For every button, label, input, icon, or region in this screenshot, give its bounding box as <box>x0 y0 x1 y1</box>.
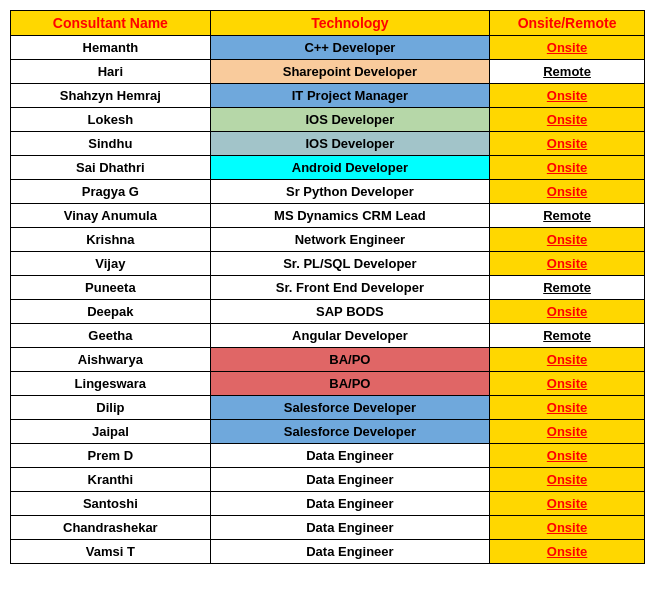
consultant-name: Pragya G <box>11 180 211 204</box>
consultant-tech: Sr. Front End Developer <box>210 276 489 300</box>
table-row: Shahzyn HemrajIT Project ManagerOnsite <box>11 84 645 108</box>
consultant-tech: Sharepoint Developer <box>210 60 489 84</box>
consultant-tech: Salesforce Developer <box>210 420 489 444</box>
consultant-status: Onsite <box>490 444 645 468</box>
table-row: DilipSalesforce DeveloperOnsite <box>11 396 645 420</box>
table-row: Vamsi TData EngineerOnsite <box>11 540 645 564</box>
table-row: LingeswaraBA/POOnsite <box>11 372 645 396</box>
header-name: Consultant Name <box>11 11 211 36</box>
consultant-name: Chandrashekar <box>11 516 211 540</box>
consultant-name: Geetha <box>11 324 211 348</box>
table-row: DeepakSAP BODSOnsite <box>11 300 645 324</box>
consultant-tech: Data Engineer <box>210 516 489 540</box>
table-row: ChandrashekarData EngineerOnsite <box>11 516 645 540</box>
header-tech: Technology <box>210 11 489 36</box>
header-row: Consultant Name Technology Onsite/Remote <box>11 11 645 36</box>
table-row: KranthiData EngineerOnsite <box>11 468 645 492</box>
consultant-tech: MS Dynamics CRM Lead <box>210 204 489 228</box>
table-row: Prem DData EngineerOnsite <box>11 444 645 468</box>
consultant-name: Santoshi <box>11 492 211 516</box>
table-row: Sai DhathriAndroid DeveloperOnsite <box>11 156 645 180</box>
consultant-name: Kranthi <box>11 468 211 492</box>
consultant-name: Vamsi T <box>11 540 211 564</box>
consultant-tech: BA/PO <box>210 348 489 372</box>
consultant-tech: BA/PO <box>210 372 489 396</box>
consultant-name: Hari <box>11 60 211 84</box>
consultant-status: Onsite <box>490 420 645 444</box>
consultant-tech: Data Engineer <box>210 492 489 516</box>
consultant-name: Puneeta <box>11 276 211 300</box>
table-row: KrishnaNetwork EngineerOnsite <box>11 228 645 252</box>
consultant-name: Sai Dhathri <box>11 156 211 180</box>
table-row: LokeshIOS DeveloperOnsite <box>11 108 645 132</box>
table-row: HariSharepoint DeveloperRemote <box>11 60 645 84</box>
consultant-name: Vijay <box>11 252 211 276</box>
consultant-tech: IOS Developer <box>210 132 489 156</box>
consultant-status: Onsite <box>490 252 645 276</box>
table-row: PuneetaSr. Front End DeveloperRemote <box>11 276 645 300</box>
consultant-status: Onsite <box>490 132 645 156</box>
consultant-status: Onsite <box>490 540 645 564</box>
consultant-tech: IOS Developer <box>210 108 489 132</box>
consultant-status: Onsite <box>490 492 645 516</box>
consultant-tech: Sr Python Developer <box>210 180 489 204</box>
consultant-name: Deepak <box>11 300 211 324</box>
consultant-table: Consultant Name Technology Onsite/Remote… <box>10 10 645 564</box>
consultant-status: Onsite <box>490 348 645 372</box>
consultant-tech: Sr. PL/SQL Developer <box>210 252 489 276</box>
consultant-status: Onsite <box>490 228 645 252</box>
consultant-name: Shahzyn Hemraj <box>11 84 211 108</box>
consultant-tech: Android Developer <box>210 156 489 180</box>
consultant-name: Aishwarya <box>11 348 211 372</box>
consultant-status: Onsite <box>490 36 645 60</box>
table-row: SindhuIOS DeveloperOnsite <box>11 132 645 156</box>
consultant-tech: C++ Developer <box>210 36 489 60</box>
consultant-name: Lokesh <box>11 108 211 132</box>
consultant-status: Onsite <box>490 300 645 324</box>
table-row: SantoshiData EngineerOnsite <box>11 492 645 516</box>
consultant-status: Onsite <box>490 108 645 132</box>
table-row: HemanthC++ DeveloperOnsite <box>11 36 645 60</box>
table-row: Pragya GSr Python DeveloperOnsite <box>11 180 645 204</box>
consultant-name: Hemanth <box>11 36 211 60</box>
table-row: GeethaAngular DeveloperRemote <box>11 324 645 348</box>
consultant-status: Remote <box>490 204 645 228</box>
consultant-status: Onsite <box>490 180 645 204</box>
consultant-name: Dilip <box>11 396 211 420</box>
consultant-tech: Angular Developer <box>210 324 489 348</box>
table-row: JaipalSalesforce DeveloperOnsite <box>11 420 645 444</box>
table-row: Vinay AnumulaMS Dynamics CRM LeadRemote <box>11 204 645 228</box>
consultant-status: Onsite <box>490 156 645 180</box>
consultant-name: Prem D <box>11 444 211 468</box>
consultant-name: Jaipal <box>11 420 211 444</box>
consultant-tech: Data Engineer <box>210 540 489 564</box>
table-row: VijaySr. PL/SQL DeveloperOnsite <box>11 252 645 276</box>
consultant-tech: SAP BODS <box>210 300 489 324</box>
header-status: Onsite/Remote <box>490 11 645 36</box>
consultant-status: Onsite <box>490 468 645 492</box>
consultant-name: Lingeswara <box>11 372 211 396</box>
consultant-name: Vinay Anumula <box>11 204 211 228</box>
consultant-status: Remote <box>490 324 645 348</box>
consultant-status: Remote <box>490 276 645 300</box>
consultant-status: Onsite <box>490 84 645 108</box>
consultant-status: Onsite <box>490 372 645 396</box>
consultant-tech: Data Engineer <box>210 468 489 492</box>
consultant-name: Krishna <box>11 228 211 252</box>
consultant-tech: Salesforce Developer <box>210 396 489 420</box>
consultant-status: Onsite <box>490 396 645 420</box>
table-row: AishwaryaBA/POOnsite <box>11 348 645 372</box>
consultant-name: Sindhu <box>11 132 211 156</box>
consultant-tech: Network Engineer <box>210 228 489 252</box>
consultant-tech: Data Engineer <box>210 444 489 468</box>
consultant-tech: IT Project Manager <box>210 84 489 108</box>
consultant-status: Onsite <box>490 516 645 540</box>
consultant-status: Remote <box>490 60 645 84</box>
